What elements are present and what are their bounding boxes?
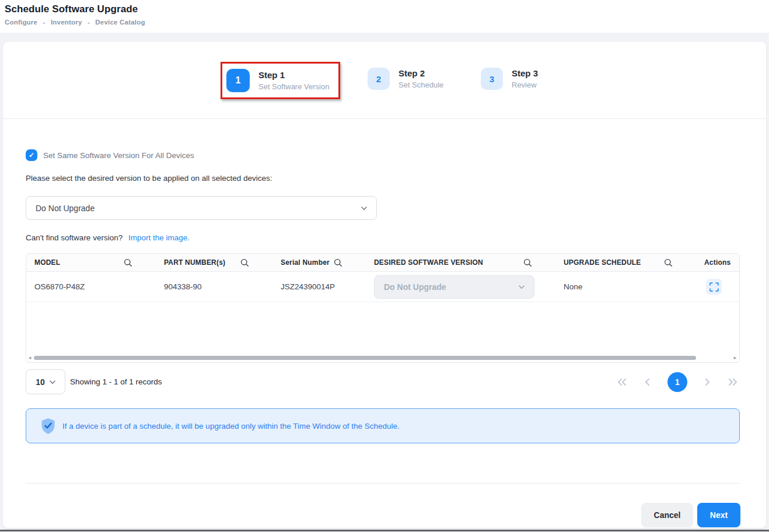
- scrollbar-left-arrow-icon[interactable]: ◄: [27, 355, 33, 360]
- pagination-bar: 10 Showing 1 - 1 of 1 records 1: [26, 369, 743, 394]
- page-title: Schedule Software Upgrade: [5, 4, 769, 15]
- step-1-title: Step 1: [258, 70, 329, 80]
- same-version-checkbox-label: Set Same Software Version For All Device…: [43, 151, 194, 160]
- search-icon[interactable]: [124, 258, 132, 267]
- next-button[interactable]: Next: [697, 503, 740, 527]
- bottom-edge-bar: [0, 530, 769, 531]
- shield-check-icon: [40, 418, 56, 435]
- next-page-icon[interactable]: [703, 377, 711, 387]
- wizard-card: 1 Step 1 Set Software Version 2 Step 2 S…: [3, 42, 766, 528]
- expand-icon[interactable]: [706, 279, 722, 295]
- step-2-title: Step 2: [399, 68, 443, 79]
- search-icon[interactable]: [240, 258, 249, 267]
- footer-divider: [26, 483, 740, 484]
- table-header-row: MODEL PART NUMBER(s) Serial Number DESIR…: [26, 254, 739, 272]
- row-desired-version-select[interactable]: Do Not Upgrade: [374, 275, 534, 299]
- import-image-link[interactable]: Import the image.: [128, 233, 190, 242]
- breadcrumb-configure[interactable]: Configure: [5, 19, 37, 26]
- column-header-desired-software-version: DESIRED SOFTWARE VERSION: [366, 254, 555, 271]
- search-icon[interactable]: [664, 258, 673, 267]
- banner-text: If a device is part of a schedule, it wi…: [62, 422, 400, 430]
- chevron-down-icon: [519, 284, 525, 290]
- step-3-number: 3: [490, 74, 494, 84]
- step-3-subtitle: Review: [512, 80, 538, 90]
- step-1: Step 1 Set Software Version: [258, 70, 329, 92]
- chevron-down-icon: [361, 205, 367, 211]
- table-row: OS6870-P48Z 904338-90 JSZ24390014P Do No…: [26, 272, 739, 302]
- previous-page-icon[interactable]: [644, 377, 652, 387]
- page-size-select[interactable]: 10: [26, 369, 65, 394]
- horizontal-scrollbar[interactable]: ◄ ►: [27, 355, 738, 360]
- cell-model: OS6870-P48Z: [26, 282, 156, 291]
- cancel-button[interactable]: Cancel: [641, 503, 693, 527]
- version-prompt-text: Please select the desired version to be …: [26, 174, 272, 183]
- same-version-checkbox[interactable]: ✓: [26, 149, 37, 161]
- search-icon[interactable]: [523, 258, 532, 267]
- version-select[interactable]: Do Not Upgrade: [26, 196, 377, 220]
- breadcrumb: Configure - Inventory - Device Catalog: [5, 19, 769, 26]
- step-1-subtitle: Set Software Version: [258, 82, 329, 92]
- breadcrumb-inventory[interactable]: Inventory: [51, 19, 82, 26]
- row-desired-version-value: Do Not Upgrade: [384, 282, 519, 292]
- step-3-title: Step 3: [512, 68, 538, 79]
- first-page-icon[interactable]: [616, 377, 628, 387]
- version-select-value: Do Not Upgrade: [36, 204, 361, 213]
- schedule-info-banner: If a device is part of a schedule, it wi…: [26, 408, 740, 443]
- last-page-icon[interactable]: [727, 377, 739, 387]
- devices-table: MODEL PART NUMBER(s) Serial Number DESIR…: [26, 253, 740, 363]
- breadcrumb-separator: -: [88, 19, 90, 26]
- column-header-actions: Actions: [696, 254, 740, 271]
- chevron-down-icon: [50, 379, 55, 385]
- page-size-value: 10: [36, 377, 45, 387]
- scrollbar-thumb[interactable]: [34, 356, 696, 360]
- column-header-serial-number: Serial Number: [272, 254, 366, 271]
- cell-upgrade-schedule: None: [555, 282, 696, 291]
- page-header: Schedule Software Upgrade Configure - In…: [0, 0, 769, 33]
- cant-find-version-text: Can't find software version?: [26, 233, 123, 242]
- step-2-number: 2: [376, 74, 381, 84]
- step-2-badge: 2: [368, 68, 390, 90]
- cell-part-number: 904338-90: [156, 282, 272, 291]
- cell-serial-number: JSZ24390014P: [272, 282, 366, 291]
- breadcrumb-separator: -: [43, 19, 46, 26]
- step-3: 3 Step 3 Review: [481, 68, 538, 90]
- column-header-model: MODEL: [26, 254, 156, 271]
- step-1-badge: 1: [226, 69, 250, 92]
- step-1-annotation-box: 1 Step 1 Set Software Version: [221, 62, 340, 99]
- column-header-upgrade-schedule: UPGRADE SCHEDULE: [555, 254, 696, 271]
- check-icon: ✓: [29, 151, 34, 159]
- search-icon[interactable]: [334, 258, 342, 267]
- steps-header: 1 Step 1 Set Software Version 2 Step 2 S…: [3, 42, 766, 119]
- column-header-part-number: PART NUMBER(s): [156, 254, 272, 271]
- step-1-number: 1: [236, 75, 241, 86]
- pagination-summary: Showing 1 - 1 of 1 records: [70, 377, 162, 386]
- step-2: 2 Step 2 Set Schedule: [368, 68, 443, 90]
- current-page-button[interactable]: 1: [667, 372, 687, 392]
- step-2-subtitle: Set Schedule: [399, 80, 443, 90]
- breadcrumb-device-catalog[interactable]: Device Catalog: [95, 19, 145, 26]
- scrollbar-right-arrow-icon[interactable]: ►: [733, 355, 738, 360]
- step-3-badge: 3: [481, 68, 503, 90]
